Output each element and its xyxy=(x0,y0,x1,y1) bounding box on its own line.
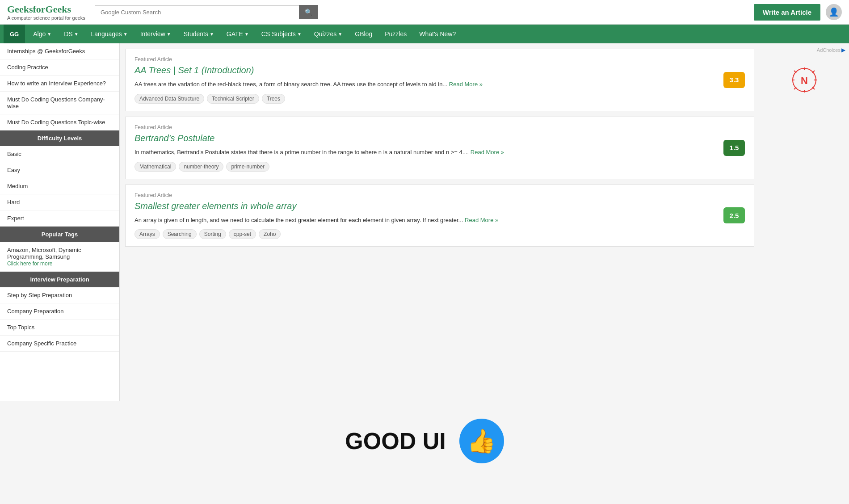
sidebar-item-company-prep[interactable]: Company Preparation xyxy=(0,303,119,319)
tag-math[interactable]: Mathematical xyxy=(134,162,176,172)
avatar[interactable]: 👤 xyxy=(826,4,842,20)
article-title-2[interactable]: Bertrand's Postulate xyxy=(134,133,745,143)
sidebar-item-basic[interactable]: Basic xyxy=(0,146,119,162)
article-desc-2: In mathematics, Bertrand's Postulate sta… xyxy=(134,148,745,157)
search-button[interactable]: 🔍 xyxy=(299,5,318,19)
search-area: 🔍 xyxy=(95,5,318,19)
popular-tags-text: Amazon, Microsoft, Dynamic Programming, … xyxy=(7,247,81,260)
nav-item-languages[interactable]: Languages▼ xyxy=(85,25,134,43)
n-icon-container: N xyxy=(791,67,818,93)
tag-ts[interactable]: Technical Scripter xyxy=(207,94,259,104)
sidebar-item-company-specific[interactable]: Company Specific Practice xyxy=(0,336,119,352)
logo-area: GeeksforGeeks A computer science portal … xyxy=(7,4,88,21)
nav-item-gate[interactable]: GATE▼ xyxy=(220,25,255,43)
layout: Internships @ GeeksforGeeks Coding Pract… xyxy=(0,43,849,401)
thumbs-up-icon: 👍 xyxy=(467,428,496,455)
tag-searching[interactable]: Searching xyxy=(163,229,197,239)
nav-logo-text: GG xyxy=(10,31,19,38)
article-card-3: Featured Article Smallest greater elemen… xyxy=(125,185,754,247)
svg-text:N: N xyxy=(801,75,808,86)
thumbs-up-circle: 👍 xyxy=(459,419,504,463)
popular-tags-header: Popular Tags xyxy=(0,227,119,242)
read-more-3[interactable]: Read More » xyxy=(465,217,498,223)
search-input[interactable] xyxy=(95,5,299,19)
tag-ads[interactable]: Advanced Data Structure xyxy=(134,94,204,104)
tag-zoho[interactable]: Zoho xyxy=(259,229,281,239)
sidebar-item-step-by-step[interactable]: Step by Step Preparation xyxy=(0,287,119,303)
sidebar-item-must-do-company[interactable]: Must Do Coding Questions Company-wise xyxy=(0,92,119,114)
sidebar: Internships @ GeeksforGeeks Coding Pract… xyxy=(0,43,120,401)
ds-arrow: ▼ xyxy=(74,32,79,37)
sidebar-item-interview-experience[interactable]: How to write an Interview Experience? xyxy=(0,76,119,92)
tag-cpp-set[interactable]: cpp-set xyxy=(229,229,256,239)
algo-arrow: ▼ xyxy=(47,32,51,37)
article-desc-1: AA trees are the variation of the red-bl… xyxy=(134,80,745,89)
logo-text[interactable]: GeeksforGeeks xyxy=(7,4,88,15)
nav-logo-box[interactable]: GG xyxy=(4,25,25,43)
sidebar-item-must-do-topic[interactable]: Must Do Coding Questions Topic-wise xyxy=(0,114,119,130)
header-right: Write an Article 👤 xyxy=(754,4,842,21)
n-icon: N xyxy=(791,67,818,93)
nav-item-interview[interactable]: Interview▼ xyxy=(134,25,177,43)
nav-item-cs-subjects[interactable]: CS Subjects▼ xyxy=(255,25,308,43)
nav-item-ds[interactable]: DS▼ xyxy=(58,25,84,43)
nav-item-gblog[interactable]: GBlog xyxy=(349,25,378,43)
write-article-button[interactable]: Write an Article xyxy=(754,4,820,21)
read-more-1[interactable]: Read More » xyxy=(449,81,483,88)
sidebar-item-easy[interactable]: Easy xyxy=(0,162,119,178)
difficulty-header: Difficulty Levels xyxy=(0,130,119,146)
navbar: GG Algo▼ DS▼ Languages▼ Interview▼ Stude… xyxy=(0,25,849,43)
read-more-2[interactable]: Read More » xyxy=(471,149,504,155)
article-card-2: Featured Article Bertrand's Postulate In… xyxy=(125,117,754,179)
tag-number-theory[interactable]: number-theory xyxy=(179,162,223,172)
cs-arrow: ▼ xyxy=(297,32,302,37)
sidebar-item-coding-practice[interactable]: Coding Practice xyxy=(0,59,119,76)
main-content: Featured Article AA Trees | Set 1 (Intro… xyxy=(120,43,760,401)
logo-tagline: A computer science portal for geeks xyxy=(7,15,88,21)
article-title-1[interactable]: AA Trees | Set 1 (Introduction) xyxy=(134,65,745,76)
article-tags-2: Mathematical number-theory prime-number xyxy=(134,162,745,172)
ad-choices: AdChoices ▶ xyxy=(763,47,845,53)
ad-choices-icon: ▶ xyxy=(841,47,845,53)
article-tags-3: Arrays Searching Sorting cpp-set Zoho xyxy=(134,229,745,239)
sidebar-item-medium[interactable]: Medium xyxy=(0,178,119,194)
gate-arrow: ▼ xyxy=(244,32,249,37)
tag-sorting[interactable]: Sorting xyxy=(199,229,226,239)
popular-tags-content: Amazon, Microsoft, Dynamic Programming, … xyxy=(0,242,119,272)
good-ui-text: GOOD UI xyxy=(345,428,446,454)
header: GeeksforGeeks A computer science portal … xyxy=(0,0,849,25)
popular-tags-link[interactable]: Click here for more xyxy=(7,260,52,267)
article-title-3[interactable]: Smallest greater elements in whole array xyxy=(134,201,745,211)
sidebar-item-hard[interactable]: Hard xyxy=(0,194,119,210)
rating-badge-2: 1.5 xyxy=(723,140,745,156)
bottom-section: GOOD UI 👍 xyxy=(0,401,849,472)
students-arrow: ▼ xyxy=(210,32,214,37)
featured-label-1: Featured Article xyxy=(134,56,745,63)
right-sidebar: AdChoices ▶ N xyxy=(760,43,849,401)
sidebar-item-expert[interactable]: Expert xyxy=(0,210,119,227)
article-tags-1: Advanced Data Structure Technical Script… xyxy=(134,94,745,104)
rating-badge-3: 2.5 xyxy=(723,207,745,223)
featured-label-3: Featured Article xyxy=(134,192,745,198)
rating-badge-1: 3.3 xyxy=(723,72,745,88)
languages-arrow: ▼ xyxy=(123,32,128,37)
sidebar-item-internships[interactable]: Internships @ GeeksforGeeks xyxy=(0,43,119,59)
interview-arrow: ▼ xyxy=(167,32,171,37)
tag-trees[interactable]: Trees xyxy=(262,94,285,104)
tag-arrays[interactable]: Arrays xyxy=(134,229,160,239)
nav-item-students[interactable]: Students▼ xyxy=(177,25,220,43)
article-card-1: Featured Article AA Trees | Set 1 (Intro… xyxy=(125,49,754,111)
nav-item-puzzles[interactable]: Puzzles xyxy=(378,25,413,43)
sidebar-item-top-topics[interactable]: Top Topics xyxy=(0,319,119,336)
interview-prep-header: Interview Preparation xyxy=(0,272,119,287)
article-desc-3: An array is given of n length, and we ne… xyxy=(134,216,745,225)
nav-item-quizzes[interactable]: Quizzes▼ xyxy=(308,25,349,43)
featured-label-2: Featured Article xyxy=(134,124,745,130)
nav-item-algo[interactable]: Algo▼ xyxy=(27,25,58,43)
nav-item-whats-new[interactable]: What's New? xyxy=(413,25,462,43)
tag-prime[interactable]: prime-number xyxy=(226,162,269,172)
quizzes-arrow: ▼ xyxy=(338,32,342,37)
